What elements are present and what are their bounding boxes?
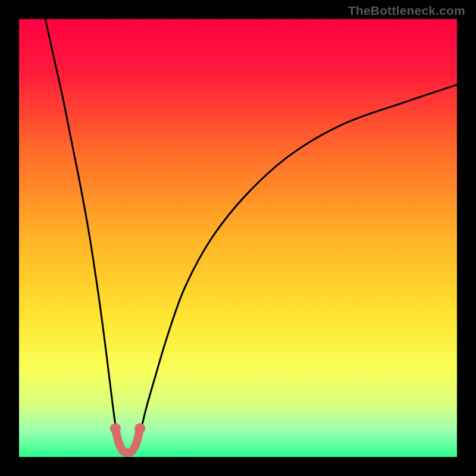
chart-frame: TheBottleneck.com [0,0,476,476]
watermark-label: TheBottleneck.com [348,4,465,18]
curve-right-arm [135,84,457,450]
curve-left-arm [45,19,120,450]
curve-layer [19,19,457,457]
plot-area [19,19,457,457]
valley-endpoint-dot [110,423,121,434]
valley-dots [110,423,145,434]
valley-endpoint-dot [134,423,145,434]
